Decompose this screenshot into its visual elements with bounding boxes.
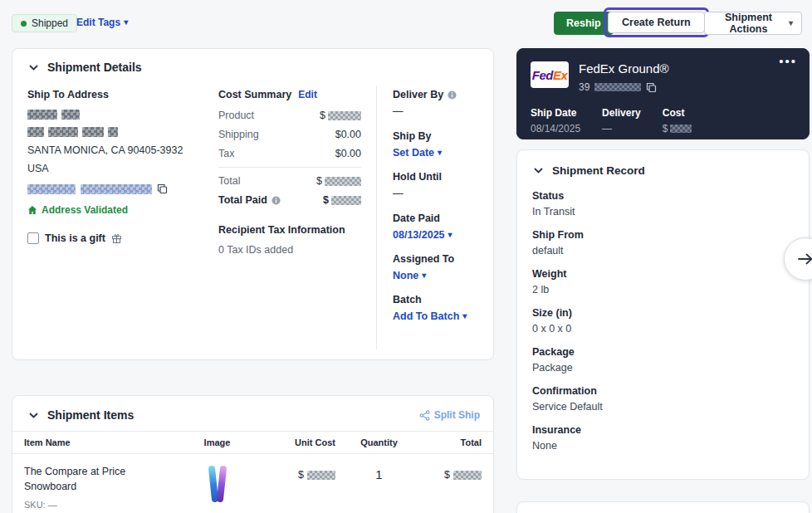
info-icon (271, 196, 281, 205)
cost-summary-label: Cost Summary (218, 89, 291, 100)
shipment-actions-button[interactable]: Shipment Actions ▾ (704, 12, 802, 35)
shipment-detail-page: Shipped Edit Tags ▾ Reship Create Return… (0, 0, 812, 513)
date-paid-group: Date Paid 08/13/2025 ▾ (393, 213, 491, 241)
shipment-details-header: Shipment Details (27, 61, 142, 74)
carrier-service-name: FedEx Ground® (579, 61, 669, 76)
record-field-size: Size (in) 0 x 0 x 0 (532, 307, 794, 335)
record-field-status: Status In Transit (532, 190, 794, 217)
product-amount-redacted (328, 111, 361, 120)
batch-group: Batch Add To Batch ▾ (393, 294, 491, 322)
create-return-button[interactable]: Create Return (608, 12, 705, 33)
gift-checkbox[interactable] (27, 232, 39, 244)
split-ship-icon (419, 410, 430, 421)
carrier-cost-redacted (670, 125, 692, 133)
cost-row-tax: Tax $0.00 (218, 148, 361, 159)
column-total: Total (423, 437, 482, 447)
recipient-email-row (27, 183, 208, 194)
city-state-zip: SANTA MONICA, CA 90405-3932 (27, 144, 208, 156)
collapse-chevron-icon[interactable] (532, 166, 545, 175)
ship-date-value: 08/14/2025 (531, 123, 580, 134)
shipment-record-title: Shipment Record (552, 164, 645, 177)
item-row: The Compare at Price Snowboard SKU: — $ … (12, 454, 493, 513)
copy-icon[interactable] (646, 82, 657, 93)
total-amount-redacted (325, 177, 361, 186)
assigned-to-link[interactable]: None ▾ (393, 270, 491, 281)
hold-until-group: Hold Until — (393, 171, 491, 200)
edit-tags-link[interactable]: Edit Tags ▾ (76, 17, 128, 28)
carrier-card: FedEx FedEx Ground® 39 ••• Ship Date 08/… (516, 48, 810, 139)
shipment-details-card: Shipment Details Ship To Address SANTA M… (12, 48, 494, 360)
tax-ids-count: 0 Tax IDs added (218, 244, 361, 256)
cost-summary-section: Cost Summary Edit Product $ Shipping $0.… (218, 89, 361, 256)
cost-row-total-paid: Total Paid $ (218, 194, 361, 206)
record-field-weight: Weight 2 lb (532, 268, 794, 296)
copy-icon[interactable] (157, 183, 168, 194)
deliver-by-value: — (393, 105, 491, 118)
shipment-record-card: Shipment Record Status In Transit Ship F… (516, 149, 810, 480)
cost-col: Cost $ (663, 107, 692, 134)
items-table-header: Item Name Image Unit Cost Quantity Total (12, 431, 493, 454)
chevron-down-icon: ▾ (438, 149, 442, 157)
recipient-tax-section: Recipient Tax Information 0 Tax IDs adde… (218, 224, 361, 256)
split-ship-link[interactable]: Split Ship (419, 409, 480, 421)
column-item-name: Item Name (24, 437, 182, 447)
next-section-card (516, 501, 810, 513)
cost-row-product: Product $ (218, 110, 361, 121)
recipient-tax-label: Recipient Tax Information (218, 224, 361, 236)
unit-cost-redacted (307, 471, 335, 480)
recipient-name-redacted (27, 110, 208, 120)
status-badge: Shipped (12, 14, 77, 32)
arrow-right-icon (798, 253, 812, 265)
delivery-col: Delivery — (602, 107, 641, 134)
ship-by-group: Ship By Set Date ▾ (393, 130, 491, 159)
assigned-to-group: Assigned To None ▾ (393, 253, 491, 281)
column-image: Image (182, 437, 252, 447)
ship-to-label: Ship To Address (27, 89, 208, 100)
overflow-menu-icon[interactable]: ••• (779, 54, 797, 68)
hold-until-value: — (393, 188, 491, 200)
ship-date-col: Ship Date 08/14/2025 (531, 107, 580, 134)
chevron-down-icon: ▾ (462, 312, 467, 320)
item-sku: SKU: — (24, 500, 182, 510)
cost-divider (218, 167, 361, 168)
gift-option-row: This is a gift (27, 232, 208, 244)
shipment-details-title: Shipment Details (47, 61, 142, 74)
record-field-confirmation: Confirmation Service Default (532, 385, 794, 413)
cost-row-total: Total $ (218, 175, 361, 187)
collapse-chevron-icon[interactable] (27, 63, 40, 72)
country: USA (27, 163, 208, 174)
collapse-chevron-icon[interactable] (27, 411, 40, 420)
cost-row-shipping: Shipping $0.00 (218, 129, 361, 140)
ship-to-section: Ship To Address SANTA MONICA, CA 90405-3… (27, 89, 208, 244)
item-total-redacted (453, 471, 482, 480)
shipment-actions-label: Shipment Actions (713, 12, 784, 35)
chevron-down-icon: ▾ (789, 19, 793, 27)
create-return-highlight-box: Create Return (604, 7, 709, 37)
column-quantity: Quantity (335, 437, 423, 447)
schedule-section: Deliver By — Ship By Set Date ▾ Hold Unt… (393, 89, 491, 335)
item-image (210, 466, 225, 502)
shipment-items-card: Shipment Items Split Ship Item Name Imag… (12, 395, 494, 513)
edit-tags-label: Edit Tags (76, 17, 120, 28)
add-to-batch-link[interactable]: Add To Batch ▾ (393, 310, 491, 322)
tracking-number-redacted (594, 83, 641, 91)
column-unit-cost: Unit Cost (252, 437, 335, 447)
record-field-package: Package Package (532, 346, 794, 374)
chevron-down-icon: ▾ (124, 18, 128, 27)
email-redacted (81, 184, 152, 194)
set-date-link[interactable]: Set Date ▾ (393, 147, 491, 159)
item-name: The Compare at Price Snowboard (24, 464, 149, 494)
deliver-by-group: Deliver By — (393, 89, 491, 118)
status-badge-label: Shipped (32, 17, 68, 29)
date-paid-link[interactable]: 08/13/2025 ▾ (393, 229, 491, 241)
status-dot-icon (21, 21, 27, 27)
gift-label: This is a gift (45, 232, 105, 244)
address-validated-row: Address Validated (27, 204, 208, 216)
shipment-items-title: Shipment Items (47, 408, 134, 422)
cost-summary-edit-link[interactable]: Edit (298, 89, 317, 100)
fedex-logo: FedEx (531, 61, 569, 88)
total-paid-amount-redacted (331, 196, 361, 205)
tracking-number-row: 39 (579, 81, 657, 93)
vertical-divider (376, 86, 377, 349)
record-field-ship-from: Ship From default (532, 229, 794, 256)
